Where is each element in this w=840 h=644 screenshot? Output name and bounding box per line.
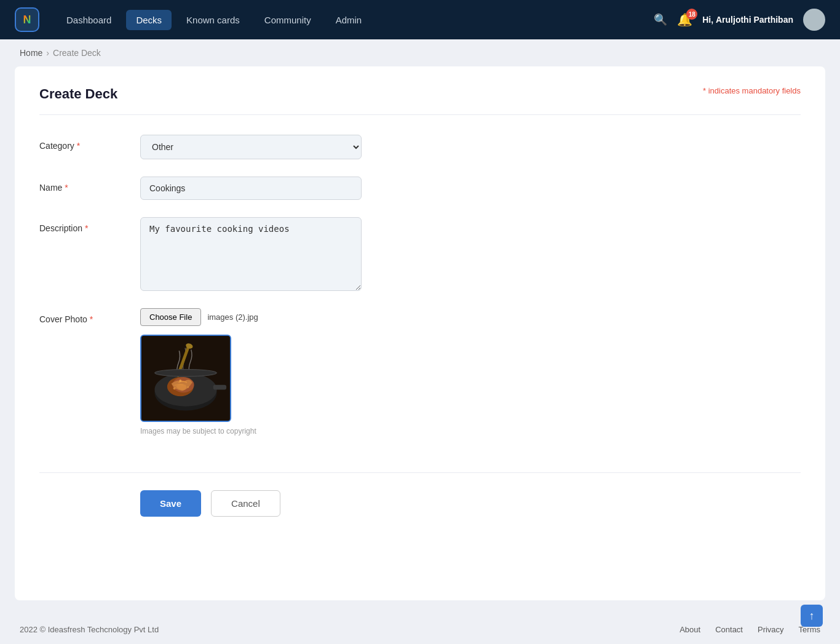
footer-about[interactable]: About [680,625,700,634]
user-greeting: Hi, Aruljothi Parthiban [702,15,793,25]
cover-photo-label: Cover Photo * [39,308,125,324]
navbar-right: 🔍 🔔 18 Hi, Aruljothi Parthiban [654,9,825,31]
create-deck-card: Create Deck * indicates mandatory fields… [15,66,825,600]
svg-point-12 [156,370,215,376]
mandatory-note: * indicates mandatory fields [703,86,801,95]
category-select[interactable]: Other Technology Science Languages Arts … [140,135,362,159]
name-input[interactable] [140,177,362,200]
nav-links: Dashboard Decks Known cards Community Ad… [57,10,654,30]
footer-links: About Contact Privacy Terms [680,625,820,634]
cooking-image-svg [141,336,230,421]
breadcrumb-home[interactable]: Home [20,48,42,58]
name-row: Name * [39,177,801,200]
nav-decks[interactable]: Decks [126,10,172,30]
cover-photo-row: Cover Photo * Choose File images (2).jpg [39,308,801,435]
logo[interactable]: N [15,7,39,32]
footer: 2022 © Ideasfresh Techcnology Pvt Ltd Ab… [0,615,840,644]
name-label: Name * [39,177,125,193]
description-label: Description * [39,217,125,233]
notification-badge: 18 [686,9,697,20]
svg-point-8 [173,388,176,390]
svg-rect-3 [213,385,226,390]
card-header: Create Deck * indicates mandatory fields [39,86,801,115]
logo-text: N [23,14,31,26]
nav-dashboard[interactable]: Dashboard [57,10,121,30]
notification-bell[interactable]: 🔔 18 [677,12,692,27]
breadcrumb-current: Create Deck [53,48,101,58]
category-row: Category * Other Technology Science Lang… [39,135,801,159]
description-row: Description * My favourite cooking video… [39,217,801,291]
cover-photo-section: Choose File images (2).jpg [140,308,258,435]
cancel-button[interactable]: Cancel [211,490,280,517]
file-name-display: images (2).jpg [207,312,258,322]
form-section: Category * Other Technology Science Lang… [39,130,801,458]
footer-copyright: 2022 © Ideasfresh Techcnology Pvt Ltd [20,625,159,634]
image-preview [140,335,231,422]
nav-known-cards[interactable]: Known cards [176,10,250,30]
save-button[interactable]: Save [140,490,201,517]
svg-point-9 [187,386,189,388]
category-label: Category * [39,135,125,151]
copyright-note: Images may be subject to copyright [140,427,258,435]
breadcrumb: Home › Create Deck [0,39,840,66]
navbar: N Dashboard Decks Known cards Community … [0,0,840,39]
svg-point-10 [179,380,181,382]
section-divider [39,472,801,473]
footer-privacy[interactable]: Privacy [758,625,784,634]
nav-community[interactable]: Community [255,10,321,30]
description-textarea[interactable]: My favourite cooking videos [140,217,362,291]
file-input-row: Choose File images (2).jpg [140,308,258,326]
nav-admin[interactable]: Admin [326,10,372,30]
footer-contact[interactable]: Contact [715,625,743,634]
scroll-to-top-button[interactable]: ↑ [801,605,823,627]
breadcrumb-separator: › [46,48,49,58]
image-preview-wrapper: Images may be subject to copyright [140,335,258,435]
form-actions: Save Cancel [39,490,801,517]
choose-file-button[interactable]: Choose File [140,308,201,326]
avatar[interactable] [803,9,825,31]
search-icon[interactable]: 🔍 [654,13,667,26]
page-title: Create Deck [39,86,117,102]
